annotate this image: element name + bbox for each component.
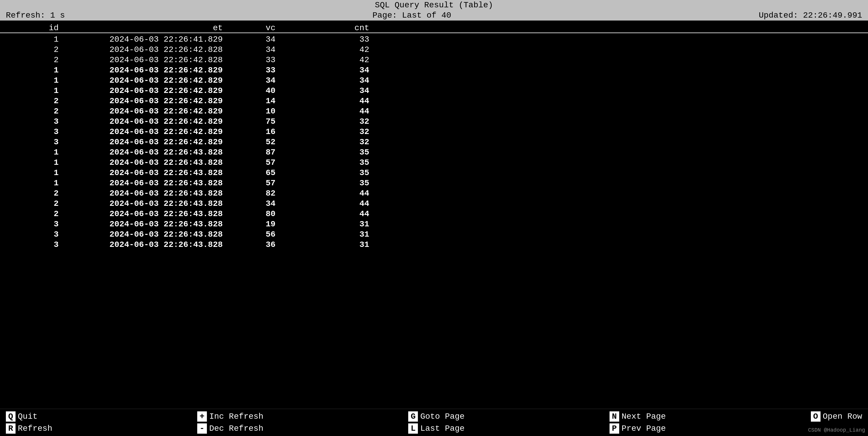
- table-row: 3 2024-06-03 22:26:42.829 52 32: [0, 137, 868, 147]
- cell-id: 3: [6, 220, 64, 229]
- bottom-shortcuts: Q Quit R Refresh + Inc Refresh - Dec Ref…: [0, 409, 868, 436]
- cell-cnt: 35: [281, 168, 369, 177]
- cell-et: 2024-06-03 22:26:43.828: [64, 220, 228, 229]
- cell-et: 2024-06-03 22:26:42.829: [64, 127, 228, 136]
- cell-cnt: 44: [281, 199, 369, 208]
- cell-vc: 34: [228, 35, 281, 44]
- cell-id: 1: [6, 148, 64, 157]
- label-refresh: Refresh: [18, 424, 53, 433]
- cell-cnt: 35: [281, 179, 369, 188]
- cell-vc: 33: [228, 66, 281, 75]
- key-plus: +: [197, 411, 207, 422]
- cell-id: 3: [6, 117, 64, 126]
- shortcut-prev-page[interactable]: P Prev Page: [610, 424, 666, 434]
- table-row: 1 2024-06-03 22:26:42.829 34 34: [0, 75, 868, 86]
- cell-vc: 80: [228, 209, 281, 219]
- cell-et: 2024-06-03 22:26:43.828: [64, 189, 228, 198]
- shortcut-next-page[interactable]: N Next Page: [610, 411, 666, 422]
- shortcut-goto-page[interactable]: G Goto Page: [408, 411, 464, 422]
- key-o: O: [811, 411, 820, 422]
- updated-label: Updated: 22:26:49.991: [759, 11, 862, 20]
- table-row: 1 2024-06-03 22:26:43.828 87 35: [0, 147, 868, 157]
- table-row: 1 2024-06-03 22:26:42.829 33 34: [0, 65, 868, 75]
- refresh-label: Refresh: 1 s: [6, 11, 65, 20]
- shortcut-dec-refresh[interactable]: - Dec Refresh: [197, 424, 264, 434]
- cell-id: 2: [6, 96, 64, 106]
- cell-cnt: 44: [281, 189, 369, 198]
- cell-cnt: 34: [281, 86, 369, 95]
- cell-id: 1: [6, 86, 64, 95]
- table-row: 2 2024-06-03 22:26:42.828 33 42: [0, 55, 868, 65]
- cell-cnt: 34: [281, 76, 369, 85]
- cell-id: 3: [6, 230, 64, 239]
- table-row: 1 2024-06-03 22:26:41.829 34 33: [0, 34, 868, 45]
- shortcut-col-2: + Inc Refresh - Dec Refresh: [197, 411, 264, 434]
- title-text: SQL Query Result (Table): [375, 1, 493, 10]
- cell-vc: 75: [228, 117, 281, 126]
- cell-et: 2024-06-03 22:26:43.828: [64, 168, 228, 177]
- cell-vc: 56: [228, 230, 281, 239]
- table-row: 2 2024-06-03 22:26:43.828 80 44: [0, 209, 868, 219]
- cell-et: 2024-06-03 22:26:43.828: [64, 148, 228, 157]
- key-l: L: [408, 424, 418, 434]
- cell-vc: 65: [228, 168, 281, 177]
- label-open-row: Open Row: [823, 412, 862, 421]
- label-dec-refresh: Dec Refresh: [209, 424, 264, 433]
- cell-cnt: 35: [281, 158, 369, 167]
- table-row: 3 2024-06-03 22:26:43.828 56 31: [0, 229, 868, 239]
- col-header-cnt: cnt: [281, 24, 369, 33]
- cell-vc: 57: [228, 158, 281, 167]
- cell-et: 2024-06-03 22:26:43.828: [64, 179, 228, 188]
- cell-et: 2024-06-03 22:26:43.828: [64, 230, 228, 239]
- cell-vc: 33: [228, 55, 281, 64]
- shortcut-col-4: N Next Page P Prev Page: [610, 411, 666, 434]
- cell-cnt: 31: [281, 230, 369, 239]
- shortcut-refresh[interactable]: R Refresh: [6, 424, 52, 434]
- shortcut-col-1: Q Quit R Refresh: [6, 411, 52, 434]
- shortcut-inc-refresh[interactable]: + Inc Refresh: [197, 411, 264, 422]
- label-quit: Quit: [18, 412, 37, 421]
- label-next-page: Next Page: [622, 412, 666, 421]
- cell-vc: 10: [228, 107, 281, 116]
- cell-cnt: 44: [281, 107, 369, 116]
- cell-et: 2024-06-03 22:26:43.828: [64, 240, 228, 249]
- shortcut-open-row[interactable]: O Open Row: [811, 411, 862, 422]
- shortcut-last-page[interactable]: L Last Page: [408, 424, 464, 434]
- cell-cnt: 44: [281, 209, 369, 219]
- cell-et: 2024-06-03 22:26:42.828: [64, 55, 228, 64]
- cell-cnt: 42: [281, 45, 369, 54]
- cell-et: 2024-06-03 22:26:42.829: [64, 107, 228, 116]
- page-label: Page: Last of 40: [372, 11, 451, 20]
- cell-et: 2024-06-03 22:26:43.828: [64, 199, 228, 208]
- cell-vc: 82: [228, 189, 281, 198]
- cell-et: 2024-06-03 22:26:42.829: [64, 76, 228, 85]
- cell-cnt: 33: [281, 35, 369, 44]
- key-p: P: [610, 424, 619, 434]
- cell-id: 1: [6, 168, 64, 177]
- cell-cnt: 31: [281, 220, 369, 229]
- cell-vc: 52: [228, 138, 281, 147]
- cell-id: 3: [6, 127, 64, 136]
- shortcut-quit[interactable]: Q Quit: [6, 411, 52, 422]
- cell-et: 2024-06-03 22:26:43.828: [64, 209, 228, 219]
- label-inc-refresh: Inc Refresh: [209, 412, 264, 421]
- table-row: 1 2024-06-03 22:26:43.828 57 35: [0, 157, 868, 168]
- cell-et: 2024-06-03 22:26:41.829: [64, 35, 228, 44]
- cell-id: 1: [6, 35, 64, 44]
- table-row: 2 2024-06-03 22:26:42.828 34 42: [0, 45, 868, 55]
- table-container: id et vc cnt 1 2024-06-03 22:26:41.829 3…: [0, 21, 868, 250]
- col-header-id: id: [6, 24, 64, 33]
- table-row: 1 2024-06-03 22:26:42.829 40 34: [0, 86, 868, 96]
- table-row: 1 2024-06-03 22:26:43.828 57 35: [0, 178, 868, 188]
- cell-id: 1: [6, 76, 64, 85]
- cell-et: 2024-06-03 22:26:43.828: [64, 158, 228, 167]
- cell-id: 2: [6, 189, 64, 198]
- key-n: N: [610, 411, 619, 422]
- cell-id: 3: [6, 138, 64, 147]
- cell-vc: 87: [228, 148, 281, 157]
- cell-vc: 36: [228, 240, 281, 249]
- cell-vc: 34: [228, 45, 281, 54]
- cell-id: 2: [6, 55, 64, 64]
- cell-et: 2024-06-03 22:26:42.829: [64, 86, 228, 95]
- table-row: 3 2024-06-03 22:26:42.829 16 32: [0, 127, 868, 137]
